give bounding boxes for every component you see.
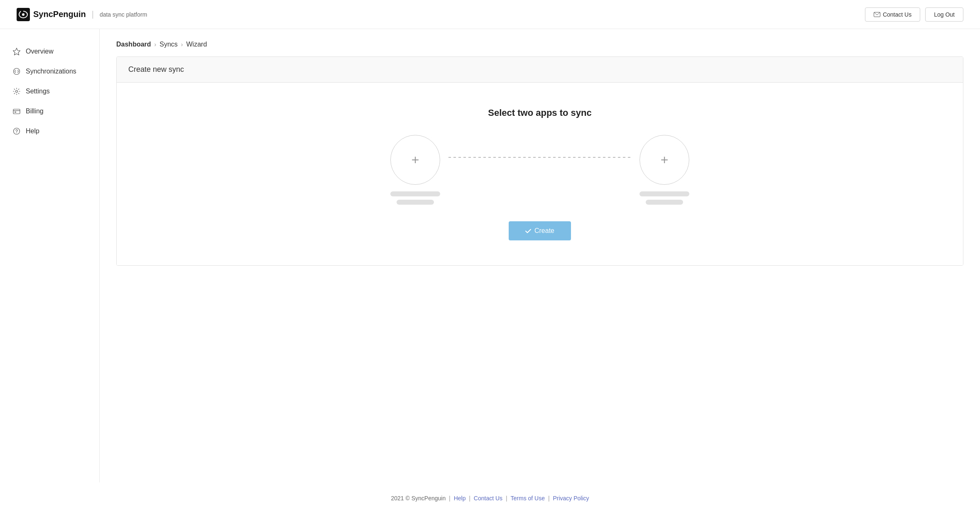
connector-dots <box>448 157 631 158</box>
svg-point-1 <box>22 13 24 16</box>
billing-icon <box>12 107 21 115</box>
section-title: Select two apps to sync <box>488 108 591 118</box>
placeholder-line-2 <box>397 200 434 205</box>
help-icon <box>12 127 21 135</box>
add-app-right-button[interactable]: + <box>639 135 689 185</box>
svg-point-5 <box>16 91 18 93</box>
checkmark-icon <box>525 229 531 233</box>
footer-privacy-link[interactable]: Privacy Policy <box>553 495 589 502</box>
footer-contact-link[interactable]: Contact Us <box>474 495 502 502</box>
plus-left-icon: + <box>412 152 419 168</box>
card-title: Create new sync <box>128 65 184 73</box>
logout-label: Log Out <box>934 11 955 18</box>
card-body: Select two apps to sync + <box>117 83 963 265</box>
sync-icon <box>12 67 21 76</box>
sidebar-settings-label: Settings <box>26 88 50 95</box>
main-layout: Overview Synchronizations Settings <box>0 29 980 482</box>
logout-button[interactable]: Log Out <box>925 7 963 22</box>
app-right-placeholder <box>639 191 689 205</box>
svg-rect-8 <box>15 112 16 113</box>
breadcrumb: Dashboard › Syncs › Wizard <box>100 29 980 56</box>
sidebar-item-help[interactable]: Help <box>0 121 99 141</box>
logo-divider: | <box>92 10 94 19</box>
gear-icon <box>12 87 21 95</box>
add-app-left-button[interactable]: + <box>390 135 440 185</box>
header-right: Contact Us Log Out <box>865 7 963 22</box>
app-selector-row: + + <box>390 135 689 205</box>
header: SyncPenguin | data sync platform Contact… <box>0 0 980 29</box>
star-icon <box>12 47 21 56</box>
sidebar: Overview Synchronizations Settings <box>0 29 100 482</box>
sidebar-item-overview[interactable]: Overview <box>0 42 99 61</box>
app-left-placeholder <box>390 191 440 205</box>
placeholder-line-3 <box>639 191 689 196</box>
header-left: SyncPenguin | data sync platform <box>17 8 147 21</box>
contact-us-label: Contact Us <box>883 11 911 18</box>
logo-tagline: data sync platform <box>100 11 147 18</box>
sidebar-item-billing[interactable]: Billing <box>0 101 99 121</box>
sidebar-help-label: Help <box>26 127 39 135</box>
logo-icon <box>17 8 30 21</box>
plus-right-icon: + <box>661 152 669 168</box>
sidebar-overview-label: Overview <box>26 48 54 55</box>
page-card: Create new sync Select two apps to sync … <box>116 56 963 266</box>
logo-area: SyncPenguin | data sync platform <box>17 8 147 21</box>
create-label: Create <box>534 227 554 235</box>
envelope-icon <box>874 12 880 17</box>
breadcrumb-dashboard[interactable]: Dashboard <box>116 41 151 48</box>
breadcrumb-syncs[interactable]: Syncs <box>159 41 178 48</box>
placeholder-line-1 <box>390 191 440 196</box>
sidebar-billing-label: Billing <box>26 108 44 115</box>
svg-marker-3 <box>13 48 20 55</box>
footer-help-link[interactable]: Help <box>454 495 466 502</box>
svg-point-4 <box>14 69 20 75</box>
content-area: Dashboard › Syncs › Wizard Create new sy… <box>100 29 980 482</box>
footer-copyright: 2021 © SyncPenguin <box>391 495 446 502</box>
sidebar-synchronizations-label: Synchronizations <box>26 68 76 75</box>
footer-terms-link[interactable]: Terms of Use <box>511 495 545 502</box>
card-header: Create new sync <box>117 57 963 83</box>
footer: 2021 © SyncPenguin | Help | Contact Us |… <box>0 482 980 514</box>
app-selector-left: + <box>390 135 440 205</box>
breadcrumb-sep-2: › <box>181 41 183 48</box>
app-selector-right: + <box>639 135 689 205</box>
breadcrumb-wizard[interactable]: Wizard <box>186 41 207 48</box>
contact-us-button[interactable]: Contact Us <box>865 7 920 22</box>
sidebar-item-settings[interactable]: Settings <box>0 81 99 101</box>
connector <box>440 157 639 158</box>
svg-point-10 <box>16 132 17 133</box>
sidebar-item-synchronizations[interactable]: Synchronizations <box>0 61 99 81</box>
create-button[interactable]: Create <box>509 221 571 240</box>
breadcrumb-sep-1: › <box>154 41 157 48</box>
logo-brand: SyncPenguin <box>33 10 86 19</box>
svg-rect-6 <box>13 109 20 114</box>
placeholder-line-4 <box>646 200 683 205</box>
